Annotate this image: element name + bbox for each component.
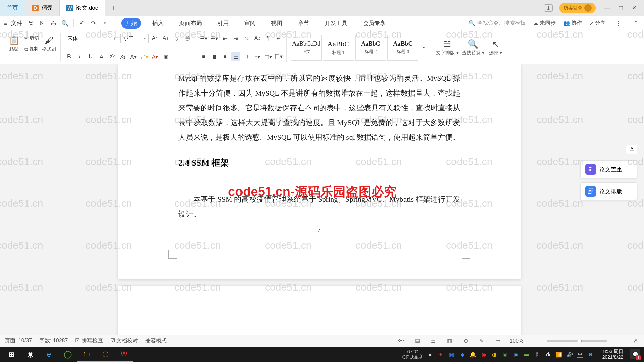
align-left-button[interactable]: ≡ [199, 52, 208, 61]
font-color-button[interactable]: A▾ [151, 52, 159, 61]
fullscreen-icon[interactable]: ⤢ [631, 337, 639, 345]
align-justify-button[interactable]: ☰ [231, 52, 240, 61]
font-size-select[interactable]: 小三▾ [120, 34, 149, 43]
thesis-layout-button[interactable]: 🗐论文排版 [580, 182, 637, 200]
page-indicator[interactable]: 页面: 10/37 [5, 337, 32, 344]
bold-button[interactable]: B [65, 52, 73, 61]
text-direction-button[interactable]: A↕ [253, 34, 262, 43]
zoom-out-button[interactable]: − [531, 337, 539, 345]
tab-start[interactable]: 开始 [121, 18, 141, 29]
save-icon[interactable]: 🖫 [26, 18, 36, 28]
tab-insert[interactable]: 插入 [148, 18, 168, 29]
page-view-icon[interactable]: ▤ [413, 337, 422, 345]
bluetooth-icon[interactable]: ᛒ [534, 351, 541, 358]
tray-icon[interactable]: ◉ [480, 351, 487, 358]
select-button[interactable]: ↖选择 ▾ [488, 39, 504, 56]
print-icon[interactable]: 🖶 [49, 18, 59, 28]
text-effects-button[interactable]: A▾ [129, 52, 138, 61]
zoom-in-button[interactable]: + [614, 337, 623, 345]
tray-icon[interactable]: ◎ [501, 351, 509, 358]
text-layout-button[interactable]: ☱文字排版 ▾ [436, 39, 459, 56]
minimize-button[interactable]: — [602, 3, 612, 13]
tab-new[interactable]: + [105, 0, 122, 16]
collab-button[interactable]: 👥协作 [563, 20, 582, 27]
tab-reference[interactable]: 引用 [213, 18, 233, 29]
preview-icon[interactable]: 🔍 [60, 18, 70, 28]
fit-width-icon[interactable]: ▭ [493, 337, 502, 345]
style-heading1[interactable]: AaBbC标题 1 [323, 35, 354, 61]
align-right-button[interactable]: ≡ [221, 52, 229, 61]
cpu-temp[interactable]: 67°CCPU温度 [402, 349, 423, 360]
proofread-toggle[interactable]: ☑ 文档校对 [110, 337, 138, 344]
phonetic-button[interactable]: ㊥ [183, 34, 192, 43]
style-heading3[interactable]: AaBbC标题 3 [387, 35, 418, 61]
format-painter-button[interactable]: 🖌格式刷 [41, 35, 57, 52]
outdent-button[interactable]: ⇤ [221, 34, 229, 43]
login-badge[interactable]: 访客登录 [559, 3, 596, 13]
highlight-button[interactable]: 🖍▾ [140, 52, 149, 61]
find-replace-button[interactable]: 🔍查找替换 ▾ [462, 39, 484, 56]
hamburger-icon[interactable]: ≡ [3, 19, 8, 28]
grow-font-button[interactable]: A↑ [151, 34, 159, 43]
clear-format-button[interactable]: ◇ [172, 34, 181, 43]
sync-status[interactable]: ☁未同步 [533, 20, 556, 27]
tab-pagelayout[interactable]: 页面布局 [175, 18, 206, 29]
tray-icon[interactable]: ▣ [512, 351, 520, 358]
eye-icon[interactable]: 👁 [397, 337, 406, 345]
word-count[interactable]: 字数: 10287 [39, 337, 68, 344]
cut-button[interactable]: ✂剪切 [24, 34, 39, 43]
tab-devtools[interactable]: 开发工具 [321, 18, 352, 29]
thesis-check-button[interactable]: 🗎论文查重 [580, 160, 637, 178]
undo-dropdown-icon[interactable]: ▾ [100, 18, 110, 28]
clock[interactable]: 18:53 周日2021/8/22 [601, 349, 623, 360]
style-heading2[interactable]: AaBbC标题 2 [355, 35, 386, 61]
command-search[interactable]: 🔍查找命令、搜索模板 [469, 20, 526, 27]
zoom-level[interactable]: 100% [509, 338, 523, 344]
zoom-slider[interactable] [547, 340, 607, 342]
underline-button[interactable]: U [86, 52, 95, 61]
network-icon[interactable]: 🖧 [544, 351, 552, 358]
superscript-button[interactable]: X² [108, 52, 116, 61]
tab-daoke[interactable]: D稻壳 [25, 0, 60, 16]
tray-icon[interactable]: 🔔 [469, 351, 477, 358]
style-normal[interactable]: AaBbCcDd正文 [291, 35, 322, 61]
align-center-button[interactable]: ≣ [210, 52, 219, 61]
task-wps[interactable]: W [115, 347, 133, 362]
tray-icon[interactable]: ◙ [587, 351, 594, 358]
line-spacing-button[interactable]: ↕▾ [253, 52, 262, 61]
side-panel-toggle[interactable]: ≙ [626, 145, 637, 154]
zoom-knob[interactable] [577, 339, 582, 343]
share-button[interactable]: ↗分享 [589, 20, 606, 27]
volume-icon[interactable]: 🔊 [566, 351, 573, 358]
shrink-font-button[interactable]: A↓ [161, 34, 170, 43]
start-button[interactable]: ⊞ [2, 347, 21, 362]
more-icon[interactable]: ⋮ [613, 18, 623, 28]
tab-view[interactable]: 视图 [267, 18, 286, 29]
saveas-icon[interactable]: ⎘ [37, 18, 47, 28]
task-ie[interactable]: e [40, 347, 58, 362]
wifi-icon[interactable]: 📶 [555, 351, 562, 358]
task-explorer[interactable]: 🗀 [77, 347, 96, 362]
collapse-ribbon-icon[interactable]: ⌃ [631, 18, 641, 28]
tab-review[interactable]: 审阅 [240, 18, 260, 29]
annotate-icon[interactable]: ✎ [477, 337, 486, 345]
styles-more-icon[interactable]: ▾ [420, 43, 428, 52]
strike-button[interactable]: A̶ [97, 52, 106, 61]
task-app1[interactable]: ◍ [96, 347, 115, 362]
action-center[interactable]: 💬1 [630, 349, 640, 359]
paragraph-marks-button[interactable]: ¶ [264, 34, 272, 43]
tray-icon[interactable]: ● [437, 351, 444, 358]
heading[interactable]: 2.4 SSM 框架 [178, 157, 460, 169]
tray-icon[interactable]: ◆ [459, 351, 466, 358]
tray-icon[interactable]: ▦ [448, 351, 455, 358]
tab-home[interactable]: 首页 [0, 0, 25, 16]
paste-button[interactable]: 📋粘贴 [6, 35, 22, 52]
tray-icon[interactable]: ◑ [491, 351, 498, 358]
task-copilot[interactable]: ◉ [21, 347, 40, 362]
spell-check-toggle[interactable]: ☑ 拼写检查 [75, 337, 103, 344]
italic-button[interactable]: I [75, 52, 84, 61]
distribute-button[interactable]: ⫴ [242, 52, 251, 61]
task-edge[interactable]: ◯ [58, 347, 77, 362]
tab-document[interactable]: W论文.doc [60, 0, 105, 16]
redo-icon[interactable]: ↷ [89, 18, 99, 28]
